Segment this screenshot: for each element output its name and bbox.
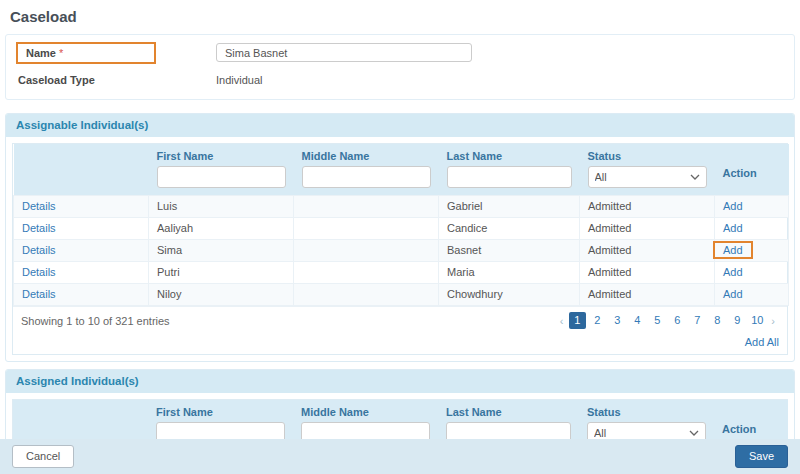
table-row: Details Aaliyah Candice Admitted Add (14, 218, 789, 240)
first-name-column-label: First Name (156, 406, 285, 418)
action-column-label: Action (722, 423, 780, 435)
last-name-cell: Basnet (439, 240, 580, 262)
page-button-4[interactable]: 4 (629, 312, 646, 329)
table-row: Details Niloy Chowdhury Admitted Add (14, 284, 789, 306)
assignable-table-footer: Showing 1 to 10 of 321 entries ‹ 1 2 3 4… (13, 306, 787, 332)
details-link[interactable]: Details (22, 266, 56, 278)
add-all-row: Add All (13, 332, 787, 354)
page-button-7[interactable]: 7 (689, 312, 706, 329)
status-column-label: Status (588, 150, 707, 162)
caseload-type-row: Caseload Type Individual (6, 66, 794, 93)
prev-page-icon[interactable]: ‹ (560, 315, 564, 327)
action-column-header: Action (715, 144, 789, 196)
details-column-header (14, 144, 149, 196)
caseload-type-label: Caseload Type (16, 74, 95, 86)
add-all-link[interactable]: Add All (745, 336, 779, 348)
assignable-middle-name-filter-input[interactable] (302, 166, 431, 188)
assignable-section-title: Assignable Individual(s) (6, 114, 794, 137)
add-link[interactable]: Add (723, 288, 743, 300)
name-label-highlight-box: Name* (16, 42, 156, 64)
name-label-col: Name* (16, 42, 216, 64)
save-button[interactable]: Save (735, 445, 788, 468)
details-link[interactable]: Details (22, 288, 56, 300)
page-button-3[interactable]: 3 (609, 312, 626, 329)
middle-name-column-header: Middle Name (294, 144, 439, 196)
status-cell: Admitted (580, 196, 715, 218)
last-name-column-label: Last Name (446, 406, 571, 418)
first-name-column-label: First Name (157, 150, 286, 162)
page-title: Caseload (10, 8, 790, 25)
action-column-label: Action (723, 167, 781, 179)
middle-name-column-label: Middle Name (302, 150, 431, 162)
name-label: Name (26, 47, 56, 59)
entries-summary: Showing 1 to 10 of 321 entries (21, 315, 170, 327)
pagination: ‹ 1 2 3 4 5 6 7 8 9 10 › (556, 312, 779, 329)
cancel-button[interactable]: Cancel (12, 445, 74, 468)
first-name-cell: Niloy (149, 284, 294, 306)
assignable-first-name-filter-input[interactable] (157, 166, 286, 188)
details-link[interactable]: Details (22, 200, 56, 212)
status-column-header: Status All (580, 144, 715, 196)
details-link[interactable]: Details (22, 244, 56, 256)
middle-name-cell (294, 240, 439, 262)
caseload-type-label-col: Caseload Type (16, 74, 216, 86)
middle-name-cell (294, 196, 439, 218)
last-name-cell: Chowdhury (439, 284, 580, 306)
assignable-filter-header-row: First Name Middle Name Last Name (14, 144, 789, 196)
assignable-status-filter-select[interactable]: All (588, 166, 707, 188)
details-link[interactable]: Details (22, 222, 56, 234)
page-button-5[interactable]: 5 (649, 312, 666, 329)
assignable-table-wrap: First Name Middle Name Last Name (12, 143, 788, 355)
page-button-1[interactable]: 1 (569, 312, 586, 329)
add-link[interactable]: Add (723, 200, 743, 212)
assignable-section-body: First Name Middle Name Last Name (6, 137, 794, 361)
assignable-individuals-section: Assignable Individual(s) First Name (5, 113, 795, 362)
first-name-cell: Aaliyah (149, 218, 294, 240)
add-link[interactable]: Add (723, 222, 743, 234)
caseload-form-panel: Name* Caseload Type Individual (5, 34, 795, 100)
page-button-8[interactable]: 8 (709, 312, 726, 329)
table-row: Details Sima Basnet Admitted Add (14, 240, 789, 262)
name-field-row: Name* (6, 39, 794, 66)
status-cell: Admitted (580, 240, 715, 262)
add-link[interactable]: Add (723, 266, 743, 278)
last-name-cell: Maria (439, 262, 580, 284)
page-button-9[interactable]: 9 (729, 312, 746, 329)
page-button-6[interactable]: 6 (669, 312, 686, 329)
next-page-icon[interactable]: › (771, 315, 775, 327)
first-name-cell: Sima (149, 240, 294, 262)
middle-name-cell (294, 284, 439, 306)
footer-action-bar: Cancel Save (0, 439, 800, 474)
name-input[interactable] (216, 43, 472, 62)
caseload-page: Caseload Name* Caseload Type Individual … (0, 0, 800, 474)
first-name-cell: Putri (149, 262, 294, 284)
last-name-cell: Gabriel (439, 196, 580, 218)
page-button-2[interactable]: 2 (589, 312, 606, 329)
status-column-label: Status (587, 406, 706, 418)
add-link-highlight-box: Add (713, 241, 753, 259)
table-row: Details Luis Gabriel Admitted Add (14, 196, 789, 218)
add-link[interactable]: Add (723, 244, 743, 256)
assigned-section-title: Assigned Individual(s) (6, 370, 794, 393)
last-name-column-header: Last Name (439, 144, 580, 196)
required-asterisk: * (59, 47, 63, 59)
page-button-10[interactable]: 10 (749, 312, 766, 329)
status-cell: Admitted (580, 284, 715, 306)
assignable-last-name-filter-input[interactable] (447, 166, 572, 188)
middle-name-cell (294, 262, 439, 284)
first-name-cell: Luis (149, 196, 294, 218)
table-row: Details Putri Maria Admitted Add (14, 262, 789, 284)
middle-name-cell (294, 218, 439, 240)
first-name-column-header: First Name (149, 144, 294, 196)
status-cell: Admitted (580, 262, 715, 284)
middle-name-column-label: Middle Name (301, 406, 430, 418)
last-name-cell: Candice (439, 218, 580, 240)
caseload-type-value: Individual (216, 74, 262, 86)
assignable-table: First Name Middle Name Last Name (13, 144, 789, 306)
last-name-column-label: Last Name (447, 150, 572, 162)
status-cell: Admitted (580, 218, 715, 240)
